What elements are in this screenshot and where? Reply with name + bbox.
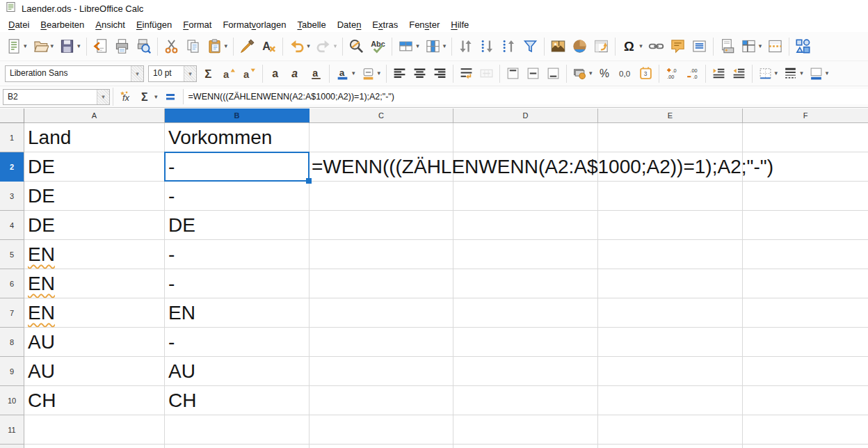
cell-B9[interactable]: AU <box>165 357 310 386</box>
cell-D5[interactable] <box>453 240 598 269</box>
insert-pivot-table-button[interactable] <box>591 37 611 56</box>
italic-button[interactable]: a <box>287 65 305 82</box>
cell-F3[interactable] <box>743 182 868 211</box>
cell-F6[interactable] <box>743 269 868 298</box>
cell-C1[interactable] <box>310 123 453 152</box>
row-header-6[interactable]: 6 <box>0 269 24 298</box>
cell-E8[interactable] <box>598 328 743 357</box>
cell-A9[interactable]: AU <box>24 357 165 386</box>
font-size-dropdown-icon[interactable]: ▾ <box>184 66 196 81</box>
underline-button[interactable]: a <box>307 65 326 82</box>
insert-special-character-button[interactable]: Ω▾ <box>619 37 645 56</box>
cell-E5[interactable] <box>598 240 743 269</box>
row-header-5[interactable]: 5 <box>0 240 24 269</box>
function-wizard-button[interactable]: fx <box>117 88 135 105</box>
formula-equals-button[interactable] <box>161 88 179 105</box>
cell-C8[interactable] <box>310 328 453 357</box>
cell-F1[interactable] <box>743 123 868 152</box>
print-button[interactable] <box>112 37 132 56</box>
open-button[interactable]: ▾ <box>31 37 56 56</box>
column-header-F[interactable]: F <box>743 109 868 123</box>
cell-empty[interactable] <box>453 445 598 448</box>
border-color-button[interactable]: ▾ <box>807 65 831 82</box>
menu-item-extras[interactable]: Extras <box>367 18 403 31</box>
cell-D2[interactable] <box>453 152 598 182</box>
insert-column-button[interactable]: ▾ <box>423 37 449 56</box>
cell-A10[interactable]: CH <box>24 386 165 415</box>
formula-input[interactable]: =WENN(((ZÄHLENWENN(A2:A$1000;A2))=1);A2;… <box>183 89 868 104</box>
font-name-dropdown-icon[interactable]: ▾ <box>131 66 143 81</box>
cell-A2[interactable]: DE <box>24 152 165 182</box>
cell-D4[interactable] <box>453 211 598 240</box>
add-decimal-place-button[interactable]: .0.00 <box>663 65 682 82</box>
cell-empty[interactable] <box>24 445 165 448</box>
menu-item-fenster[interactable]: Fenster <box>403 18 445 31</box>
align-top-button[interactable] <box>504 65 522 82</box>
copy-button[interactable] <box>183 37 203 56</box>
cell-E9[interactable] <box>598 357 743 386</box>
row-header-3[interactable]: 3 <box>0 182 24 211</box>
insert-chart-button[interactable] <box>570 37 590 56</box>
format-as-currency-button[interactable]: ▾ <box>570 65 595 82</box>
cell-B6[interactable]: - <box>165 269 310 298</box>
row-header-11[interactable]: 11 <box>0 415 24 445</box>
cell-E2[interactable] <box>598 152 743 182</box>
show-draw-functions-button[interactable] <box>793 37 813 56</box>
row-header-9[interactable]: 9 <box>0 357 24 386</box>
font-size-combo[interactable]: 10 pt▾ <box>148 65 197 82</box>
font-name-combo[interactable]: Liberation Sans▾ <box>5 65 144 82</box>
cell-empty[interactable] <box>743 445 868 448</box>
menu-item-bearbeiten[interactable]: Bearbeiten <box>35 18 90 31</box>
cell-D6[interactable] <box>453 269 598 298</box>
cell-B2[interactable]: - <box>165 152 310 182</box>
bold-button[interactable]: a <box>266 65 285 82</box>
select-sum-button[interactable]: Σ▾ <box>136 88 160 105</box>
cell-E6[interactable] <box>598 269 743 298</box>
cell-A1[interactable]: Land <box>24 123 165 152</box>
cell-E3[interactable] <box>598 182 743 211</box>
menu-item-formatvorlagen[interactable]: Formatvorlagen <box>217 18 291 31</box>
insert-row-button[interactable]: ▾ <box>396 37 421 56</box>
cell-F8[interactable] <box>743 328 868 357</box>
insert-hyperlink-button[interactable] <box>646 37 666 56</box>
row-header-2[interactable]: 2 <box>0 152 24 182</box>
menu-item-format[interactable]: Format <box>177 18 217 31</box>
cell-F9[interactable] <box>743 357 868 386</box>
save-button[interactable]: ▾ <box>57 37 83 56</box>
menu-item-datei[interactable]: Datei <box>3 18 35 31</box>
sheet-corner[interactable] <box>0 109 24 123</box>
cell-F2[interactable] <box>743 152 868 182</box>
format-as-number-button[interactable]: 0,0 <box>616 65 635 82</box>
cell-E1[interactable] <box>598 123 743 152</box>
row-header-8[interactable]: 8 <box>0 328 24 357</box>
increase-font-size-button[interactable]: a <box>220 65 239 82</box>
format-as-date-button[interactable]: 3 <box>636 65 655 82</box>
decrease-font-size-button[interactable]: a <box>240 65 259 82</box>
cell-C6[interactable] <box>310 269 453 298</box>
cell-E10[interactable] <box>598 386 743 415</box>
decrease-indent-button[interactable] <box>730 65 748 82</box>
format-as-percent-button[interactable]: % <box>596 65 615 82</box>
cell-B1[interactable]: Vorkommen <box>165 123 310 152</box>
cell-B5[interactable]: - <box>165 240 310 269</box>
cell-B7[interactable]: EN <box>165 298 310 328</box>
row-header-4[interactable]: 4 <box>0 211 24 240</box>
align-left-button[interactable] <box>390 65 409 82</box>
cell-D8[interactable] <box>453 328 598 357</box>
cell-C9[interactable] <box>310 357 453 386</box>
menu-item-einfuegen[interactable]: Einfügen <box>131 18 177 31</box>
cell-B10[interactable]: CH <box>165 386 310 415</box>
cell-F11[interactable] <box>743 415 868 445</box>
cell-F5[interactable] <box>743 240 868 269</box>
find-replace-button[interactable] <box>346 37 367 56</box>
print-preview-button[interactable] <box>134 37 154 56</box>
cell-C7[interactable] <box>310 298 453 328</box>
align-bottom-button[interactable] <box>544 65 563 82</box>
cell-A6[interactable]: EN <box>24 269 165 298</box>
freeze-rows-and-columns-button[interactable]: ▾ <box>739 37 764 56</box>
spelling-button[interactable]: Abc <box>368 37 388 56</box>
cell-A8[interactable]: AU <box>24 328 165 357</box>
highlighting-color-button[interactable]: ▾ <box>359 65 383 82</box>
paste-button[interactable]: ▾ <box>204 37 230 56</box>
new-document-button[interactable]: ▾ <box>3 37 29 56</box>
